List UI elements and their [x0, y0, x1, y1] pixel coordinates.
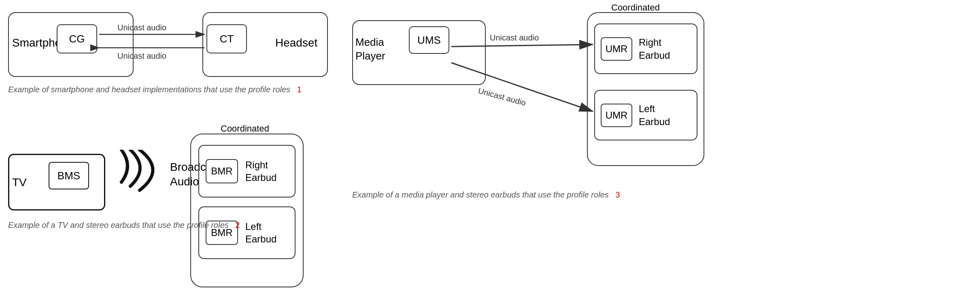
d3-caption: Example of a media player and stereo ear… — [352, 190, 620, 200]
d1-ct-label: CT — [220, 33, 234, 45]
d3-umr1-inner: UMR — [601, 37, 632, 61]
d2-bms-box: BMS — [49, 162, 89, 189]
d2-left-earbud-label: LeftEarbud — [245, 220, 276, 245]
d1-cg-label: CG — [69, 33, 85, 45]
d3-left-earbud-label: LeftEarbud — [639, 102, 670, 128]
d2-caption-num: 2 — [235, 221, 240, 230]
d1-caption-num: 1 — [297, 85, 302, 94]
d2-bmr2-box: BMR LeftEarbud — [198, 206, 295, 259]
d3-caption-text: Example of a media player and stereo ear… — [352, 190, 609, 199]
d3-umr1-label: UMR — [606, 43, 628, 55]
d2-tv-label: TV — [12, 176, 27, 189]
d2-caption-text: Example of a TV and stereo earbuds that … — [8, 221, 229, 230]
d2-bms-label: BMS — [57, 170, 80, 182]
d3-umr2-box: UMR LeftEarbud — [594, 90, 697, 140]
d3-right-earbud-label: RightEarbud — [639, 36, 670, 61]
d2-right-earbud-label: RightEarbud — [245, 159, 276, 184]
d1-cg-box: CG — [57, 24, 97, 53]
d2-bmr1-inner: BMR — [206, 159, 238, 183]
d2-coordinated-label: Coordinated — [221, 123, 269, 134]
d1-ct-box: CT — [206, 24, 247, 53]
d2-broadcast-waves — [113, 150, 162, 215]
d3-ums-label: UMS — [417, 34, 441, 47]
d2-bmr1-box: BMR RightEarbud — [198, 145, 295, 198]
d3-umr2-label: UMR — [606, 110, 628, 121]
d3-umr2-inner: UMR — [601, 104, 632, 127]
d3-caption-num: 3 — [615, 190, 620, 199]
d1-headset-label: Headset — [275, 36, 317, 49]
d1-caption: Example of smartphone and headset implem… — [8, 85, 302, 94]
d2-caption: Example of a TV and stereo earbuds that … — [8, 221, 240, 230]
d2-bmr1-label: BMR — [211, 166, 232, 177]
svg-text:Unicast audio: Unicast audio — [477, 86, 527, 108]
d1-caption-text: Example of smartphone and headset implem… — [8, 85, 290, 94]
svg-text:Unicast audio: Unicast audio — [490, 33, 539, 42]
d3-mediaplayer-label: MediaPlayer — [355, 36, 385, 63]
d3-coordinated-label: Coordinated — [611, 2, 660, 13]
d3-ums-box: UMS — [409, 26, 449, 54]
d3-umr1-box: UMR RightEarbud — [594, 23, 697, 74]
diagram-container: Smartphone CG Headset CT Unicast audio U… — [0, 0, 980, 306]
